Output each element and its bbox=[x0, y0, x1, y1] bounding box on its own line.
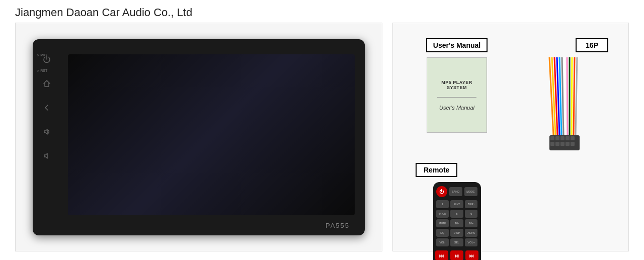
product-image-container: MIC RST bbox=[15, 23, 382, 251]
accessories-panel: User's Manual MP5 PLAYER SYSTEM User's M… bbox=[392, 23, 629, 251]
vol-down-button-icon bbox=[40, 151, 54, 161]
stereo-side-buttons bbox=[40, 54, 54, 161]
company-title: Jiangmen Daoan Car Audio Co., Ltd bbox=[15, 6, 192, 19]
svg-rect-14 bbox=[555, 136, 559, 140]
remote-btn-eq: EQ bbox=[436, 229, 449, 237]
back-button-icon bbox=[40, 103, 54, 113]
connector-section: 16P bbox=[511, 33, 618, 158]
manual-section: User's Manual MP5 PLAYER SYSTEM User's M… bbox=[403, 33, 511, 158]
manual-book-subtitle: User's Manual bbox=[439, 105, 474, 111]
wiring-harness-svg bbox=[539, 57, 590, 153]
remote-btn-2int: 2/INT bbox=[450, 200, 463, 208]
svg-rect-20 bbox=[560, 142, 565, 146]
svg-line-7 bbox=[567, 57, 568, 135]
remote-control: ⏻ BAND MODE 1 2/INT 3/RP↑ 4/ROM 5 6 MUTE… bbox=[433, 182, 481, 260]
svg-rect-18 bbox=[550, 142, 554, 146]
vol-up-button-icon bbox=[40, 127, 54, 137]
remote-mode-btn: MODE bbox=[464, 187, 477, 196]
svg-rect-13 bbox=[550, 136, 554, 140]
svg-line-6 bbox=[565, 57, 566, 135]
svg-rect-15 bbox=[560, 136, 565, 140]
remote-label: Remote bbox=[416, 163, 457, 177]
manual-book: MP5 PLAYER SYSTEM User's Manual bbox=[427, 57, 487, 133]
svg-rect-17 bbox=[571, 136, 575, 140]
remote-btn-sel: SEL bbox=[450, 238, 463, 246]
svg-line-11 bbox=[576, 57, 577, 135]
remote-media-buttons: ⏮ ⏯ ⏭ bbox=[435, 250, 478, 260]
connector-label: 16P bbox=[576, 38, 608, 52]
remote-play-btn: ⏯ bbox=[450, 250, 463, 260]
stereo-model-label: PA555 bbox=[326, 222, 350, 229]
remote-power-btn: ⏻ bbox=[436, 186, 447, 197]
remote-btn-5: 5 bbox=[450, 210, 463, 218]
remote-btn-asps: AS/PS bbox=[465, 229, 478, 237]
remote-section: Remote ⏻ BAND MODE 1 2/INT 3/RP↑ 4/ROM 5… bbox=[403, 158, 511, 260]
manual-book-title: MP5 PLAYER SYSTEM bbox=[432, 80, 481, 90]
power-button-icon bbox=[40, 54, 54, 64]
remote-btn-1: 1 bbox=[436, 200, 449, 208]
stereo-screen bbox=[68, 54, 355, 215]
svg-rect-21 bbox=[566, 142, 570, 146]
svg-line-10 bbox=[574, 57, 575, 135]
remote-btn-volminus: VOL- bbox=[436, 238, 449, 246]
svg-rect-16 bbox=[566, 136, 570, 140]
remote-btn-volplus: VOL+ bbox=[465, 238, 478, 246]
remote-btn-disp: DISP bbox=[450, 229, 463, 237]
svg-line-5 bbox=[562, 57, 564, 135]
remote-band-btn: BAND bbox=[449, 187, 462, 196]
svg-line-9 bbox=[572, 57, 572, 135]
stereo-unit: MIC RST bbox=[33, 39, 365, 235]
home-button-icon bbox=[40, 78, 54, 89]
panel-bottom-right bbox=[511, 158, 618, 260]
remote-prev-btn: ⏮ bbox=[435, 250, 448, 260]
remote-btn-10minus: 10- bbox=[450, 219, 463, 227]
svg-rect-22 bbox=[571, 142, 575, 146]
remote-next-btn: ⏭ bbox=[465, 250, 478, 260]
remote-btn-10plus: 10+ bbox=[465, 219, 478, 227]
manual-divider bbox=[437, 97, 476, 98]
remote-btn-3rp: 3/RP↑ bbox=[465, 200, 478, 208]
remote-btn-6: 6 bbox=[465, 210, 478, 218]
manual-label: User's Manual bbox=[426, 38, 488, 52]
remote-btn-mute: MUTE bbox=[436, 219, 449, 227]
remote-button-grid: 1 2/INT 3/RP↑ 4/ROM 5 6 MUTE 10- 10+ EQ … bbox=[436, 200, 478, 246]
remote-btn-4rom: 4/ROM bbox=[436, 210, 449, 218]
svg-rect-19 bbox=[555, 142, 559, 146]
